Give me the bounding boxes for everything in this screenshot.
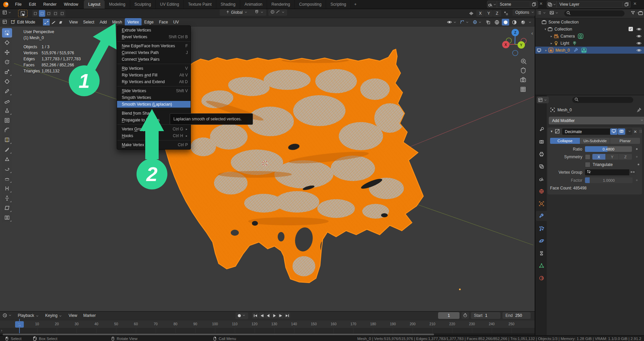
- editor-type-button[interactable]: [2, 10, 12, 15]
- shading-solid-button[interactable]: [502, 19, 509, 25]
- expand-arrow-icon[interactable]: ▾: [543, 27, 547, 31]
- properties-tab-constraints[interactable]: [536, 248, 547, 258]
- face-select-mode-button[interactable]: [57, 19, 64, 25]
- overlays-toggle[interactable]: [472, 19, 483, 25]
- xray-toggle[interactable]: [484, 19, 492, 25]
- shear-tool-button[interactable]: [2, 203, 12, 213]
- remove-view-layer-button[interactable]: ✕: [632, 1, 638, 6]
- animate-dot-icon[interactable]: [636, 148, 638, 150]
- menu-item-make-vertex-parent[interactable]: Make Vertex ParentCtrl P: [117, 141, 191, 148]
- properties-tab-view-layer[interactable]: [536, 161, 547, 171]
- prev-keyframe-button[interactable]: [259, 312, 265, 319]
- expand-channels-icon[interactable]: ›: [1, 328, 2, 332]
- play-button[interactable]: [271, 312, 277, 319]
- add-workspace-button[interactable]: +: [351, 2, 360, 7]
- properties-tab-particles[interactable]: [536, 223, 547, 233]
- properties-tab-object-data[interactable]: [536, 261, 547, 271]
- hide-viewport-eye-icon[interactable]: [636, 41, 642, 46]
- timeline-ruler[interactable]: 1020304050607080901001101201301401501601…: [0, 320, 535, 328]
- decimate-tab-collapse[interactable]: Collapse: [550, 138, 580, 144]
- proportional-edit-dropdown[interactable]: [268, 9, 287, 16]
- menu-item-hooks[interactable]: HooksCtrl H▸: [117, 132, 191, 139]
- jump-end-button[interactable]: [284, 312, 290, 319]
- outliner-row-camera[interactable]: ▸Camera: [535, 33, 644, 40]
- animate-dot-icon[interactable]: [636, 156, 638, 158]
- move-tool-button[interactable]: [2, 48, 12, 57]
- viewport-menu-select[interactable]: Select: [80, 18, 97, 26]
- extrude-region-tool-button[interactable]: [2, 106, 12, 115]
- select-paint-button[interactable]: [59, 10, 65, 17]
- use-preview-range-button[interactable]: [462, 312, 469, 319]
- viewport-menu-face[interactable]: Face: [156, 18, 171, 26]
- editor-type-icon[interactable]: [2, 313, 7, 319]
- animate-dot-icon[interactable]: [636, 179, 638, 181]
- display-mode-dropdown[interactable]: [537, 10, 546, 15]
- transform-orientation-dropdown[interactable]: Global: [220, 9, 254, 16]
- viewport-menu-vertex[interactable]: Vertex: [125, 18, 142, 26]
- shrink-fatten-tool-button[interactable]: [2, 193, 12, 203]
- auto-key-button[interactable]: [235, 312, 248, 319]
- editor-type-icon[interactable]: [2, 19, 7, 25]
- workspace-tab-texture-paint[interactable]: Texture Paint: [184, 0, 216, 9]
- workspace-tab-scripting[interactable]: Scripting: [326, 0, 351, 9]
- menu-item-smooth-vertices-laplacian-[interactable]: Smooth Vertices (Laplacian): [117, 101, 191, 108]
- outliner-row-collection[interactable]: ▾Collection✓: [535, 25, 644, 33]
- viewport-menu-add[interactable]: Add: [97, 18, 109, 26]
- gizmos-toggle[interactable]: [459, 19, 470, 25]
- knife-tool-button[interactable]: [2, 145, 12, 154]
- view-layer-name[interactable]: View Layer: [557, 2, 623, 7]
- workspace-tab-sculpting[interactable]: Sculpting: [130, 0, 156, 9]
- mirror-z-toggle[interactable]: Z: [493, 10, 501, 17]
- vertex-select-mode-button[interactable]: [43, 19, 50, 25]
- select-tweak-button[interactable]: [32, 10, 39, 17]
- scene-name[interactable]: Scene: [497, 2, 530, 7]
- viewport-menu-view[interactable]: View: [66, 18, 80, 26]
- visibility-dropdown[interactable]: [446, 19, 458, 25]
- shading-material-button[interactable]: [511, 19, 518, 25]
- spin-tool-button[interactable]: [2, 164, 12, 174]
- cursor-tool-button[interactable]: [2, 38, 12, 47]
- frame-end-field[interactable]: End 250: [502, 312, 531, 319]
- scene-selector[interactable]: Scene: [487, 1, 538, 8]
- menu-item-extrude-vertices[interactable]: Extrude Vertices: [117, 27, 191, 34]
- properties-tab-material[interactable]: [536, 273, 547, 283]
- filter-view-dropdown[interactable]: [549, 10, 559, 15]
- hide-viewport-eye-icon[interactable]: [636, 34, 642, 39]
- breadcrumb-object-name[interactable]: Mesh_0: [557, 108, 572, 112]
- snap-dropdown[interactable]: [252, 9, 266, 16]
- viewport-menu-mesh[interactable]: Mesh: [110, 18, 125, 26]
- rotate-tool-button[interactable]: [2, 57, 12, 67]
- menu-item-rip-vertices[interactable]: Rip VerticesV: [117, 65, 191, 72]
- loop-cut-tool-button[interactable]: [2, 135, 12, 145]
- pin-icon[interactable]: [637, 107, 642, 113]
- workspace-tab-modeling[interactable]: Modeling: [105, 0, 130, 9]
- viewport-menu-uv[interactable]: UV: [171, 18, 182, 26]
- workspace-tab-layout[interactable]: Layout: [84, 0, 105, 9]
- new-collection-button[interactable]: [638, 10, 643, 17]
- properties-context-dropdown[interactable]: [537, 97, 549, 103]
- scene-icon[interactable]: [487, 1, 497, 8]
- active-tool-indicator[interactable]: [18, 10, 28, 17]
- edge-slide-tool-button[interactable]: [2, 184, 12, 193]
- show-render-toggle[interactable]: [618, 128, 625, 135]
- annotate-tool-button[interactable]: [2, 87, 12, 96]
- topbar-menu-edit[interactable]: Edit: [25, 0, 40, 9]
- outliner-row-mesh-0[interactable]: ▸Mesh_0: [535, 47, 644, 54]
- view-layer-selector[interactable]: View Layer: [547, 1, 631, 8]
- timeline-menu-keying[interactable]: Keying: [42, 311, 66, 320]
- workspace-tab-compositing[interactable]: Compositing: [295, 0, 326, 9]
- mode-dropdown[interactable]: Edit Mode: [9, 19, 44, 25]
- symmetry-axis-z[interactable]: Z: [619, 154, 632, 160]
- mirror-y-toggle[interactable]: Y: [485, 10, 493, 17]
- options-dropdown[interactable]: Options: [513, 9, 537, 16]
- next-keyframe-button[interactable]: [278, 312, 284, 319]
- outliner-item-label[interactable]: Collection: [553, 27, 572, 32]
- new-view-layer-button[interactable]: [623, 2, 630, 7]
- hide-viewport-eye-icon[interactable]: [636, 48, 642, 53]
- animate-dot-icon[interactable]: [638, 164, 639, 165]
- hide-viewport-eye-icon[interactable]: [636, 26, 642, 32]
- menu-item-connect-vertex-pairs[interactable]: Connect Vertex Pairs: [117, 56, 191, 63]
- mirror-x-toggle[interactable]: X: [476, 10, 484, 17]
- workspace-tab-shading[interactable]: Shading: [216, 0, 240, 9]
- ratio-slider[interactable]: 0.4800: [585, 146, 632, 152]
